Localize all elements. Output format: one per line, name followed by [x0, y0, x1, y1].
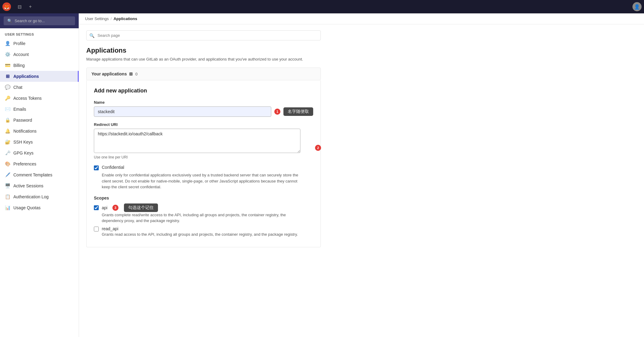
sidebar-item-applications[interactable]: ⊞ Applications — [0, 71, 79, 82]
applications-icon: ⊞ — [5, 74, 10, 79]
confidential-row: Confidential — [94, 165, 313, 170]
notifications-icon: 🔔 — [5, 128, 10, 134]
scope-read-api-desc: Grants read access to the API, including… — [102, 231, 302, 238]
ssh-keys-icon: 🔐 — [5, 139, 10, 145]
user-avatar-button[interactable]: 👤 — [632, 2, 642, 11]
chat-icon: 💬 — [5, 85, 10, 90]
redirect-uri-label: Redirect URI — [94, 122, 313, 127]
page-subtitle: Manage applications that can use GitLab … — [86, 57, 321, 61]
sidebar-item-preferences[interactable]: 🎨 Preferences — [0, 158, 79, 169]
sidebar-item-billing[interactable]: 💳 Billing — [0, 60, 79, 71]
add-section-title: Add new application — [94, 88, 313, 94]
comment-templates-icon: 🖊️ — [5, 172, 10, 178]
sidebar: 🔍 Search or go to... User settings 👤 Pro… — [0, 13, 79, 337]
sidebar-label-chat: Chat — [13, 85, 22, 90]
sidebar-item-comment-templates[interactable]: 🖊️ Comment Templates — [0, 169, 79, 180]
access-tokens-icon: 🔑 — [5, 96, 10, 101]
sidebar-label-billing: Billing — [13, 63, 25, 68]
gitlab-logo: 🦊 — [2, 2, 11, 11]
confidential-desc: Enable only for confidential application… — [102, 172, 302, 190]
sidebar-item-emails[interactable]: ✉️ Emails — [0, 104, 79, 115]
confidential-checkbox[interactable] — [94, 165, 99, 170]
breadcrumb-parent-link[interactable]: User Settings — [85, 16, 109, 21]
sidebar-section-label: User settings — [0, 28, 79, 38]
sidebar-item-ssh-keys[interactable]: 🔐 SSH Keys — [0, 137, 79, 148]
name-input[interactable] — [94, 106, 271, 117]
scope-api-checkbox[interactable] — [94, 205, 99, 210]
search-icon: 🔍 — [7, 19, 12, 23]
confidential-label[interactable]: Confidential — [102, 165, 124, 170]
scope-api-wrapper: api 3 勾选这个记住 Grants complete read/write … — [94, 203, 313, 224]
gpg-keys-icon: 🗝️ — [5, 150, 10, 156]
sidebar-item-account[interactable]: ⚙️ Account — [0, 49, 79, 60]
sidebar-item-active-sessions[interactable]: 🖥️ Active Sessions — [0, 180, 79, 191]
page-search-input[interactable] — [86, 30, 321, 40]
step-1-badge: 1 — [274, 109, 280, 115]
sidebar-label-authentication-log: Authentication Log — [13, 194, 49, 199]
main-content: User Settings / Applications 🔍 Applicati… — [79, 13, 644, 337]
sidebar-item-notifications[interactable]: 🔔 Notifications — [0, 126, 79, 137]
authentication-log-icon: 📋 — [5, 194, 10, 200]
sidebar-item-password[interactable]: 🔒 Password — [0, 115, 79, 126]
name-tooltip: 名字随便取 — [283, 107, 313, 116]
scope-api-desc: Grants complete read/write access to the… — [102, 212, 302, 224]
step-2-badge: 2 — [315, 145, 321, 151]
your-applications-label: Your applications — [91, 71, 127, 76]
sidebar-item-gpg-keys[interactable]: 🗝️ GPG Keys — [0, 148, 79, 158]
content-area: 🔍 Applications Manage applications that … — [79, 24, 328, 259]
step-3-badge: 3 — [112, 205, 118, 211]
sidebar-item-access-tokens[interactable]: 🔑 Access Tokens — [0, 93, 79, 104]
new-item-button[interactable]: + — [26, 2, 35, 12]
page-search-icon: 🔍 — [89, 33, 94, 38]
sidebar-search-area: 🔍 Search or go to... — [0, 13, 79, 28]
global-search-button[interactable]: 🔍 Search or go to... — [4, 16, 75, 25]
sidebar-label-gpg-keys: GPG Keys — [13, 151, 33, 155]
account-icon: ⚙️ — [5, 52, 10, 57]
scopes-section: Scopes api 3 勾选这个记住 Grants complete read… — [94, 196, 313, 238]
sidebar-label-ssh-keys: SSH Keys — [13, 140, 33, 144]
scope-api-label[interactable]: api — [102, 205, 108, 210]
page-search-bar: 🔍 — [86, 30, 321, 40]
breadcrumb-separator: / — [111, 16, 112, 21]
top-bar-icons: ⊟ + — [15, 2, 35, 12]
redirect-uri-form-group: Redirect URI https://stackedit.io/oauth2… — [94, 122, 313, 159]
sidebar-item-profile[interactable]: 👤 Profile — [0, 38, 79, 49]
sidebar-label-profile: Profile — [13, 41, 26, 46]
active-sessions-icon: 🖥️ — [5, 183, 10, 189]
sidebar-label-password: Password — [13, 118, 32, 123]
breadcrumb: User Settings / Applications — [79, 13, 644, 24]
sidebar-label-notifications: Notifications — [13, 129, 36, 134]
api-scope-tooltip: 勾选这个记住 — [124, 203, 158, 212]
preferences-icon: 🎨 — [5, 161, 10, 167]
redirect-uri-input[interactable]: https://stackedit.io/oauth2/callback — [94, 129, 300, 153]
redirect-uri-help: Use one line per URI — [94, 155, 313, 159]
sidebar-item-chat[interactable]: 💬 Chat — [0, 82, 79, 93]
sidebar-label-access-tokens: Access Tokens — [13, 96, 42, 101]
apps-grid-icon: ⊞ — [129, 71, 133, 76]
sidebar-toggle-button[interactable]: ⊟ — [15, 2, 24, 12]
your-applications-header: Your applications ⊞ 0 — [86, 68, 321, 80]
billing-icon: 💳 — [5, 63, 10, 68]
page-title: Applications — [86, 47, 321, 54]
top-bar: 🦊 ⊟ + 👤 — [0, 0, 644, 13]
confidential-form-group: Confidential Enable only for confidentia… — [94, 165, 313, 190]
sidebar-label-usage-quotas: Usage Quotas — [13, 205, 41, 210]
breadcrumb-current: Applications — [114, 16, 137, 21]
usage-quotas-icon: 📊 — [5, 205, 10, 210]
sidebar-label-preferences: Preferences — [13, 162, 36, 166]
search-label: Search or go to... — [15, 19, 45, 23]
password-icon: 🔒 — [5, 117, 10, 123]
emails-icon: ✉️ — [5, 106, 10, 112]
sidebar-label-account: Account — [13, 52, 29, 57]
scope-read-api-wrapper: read_api Grants read access to the API, … — [94, 226, 313, 238]
scope-read-api-checkbox[interactable] — [94, 227, 99, 231]
name-label: Name — [94, 100, 313, 105]
add-new-application-section: Add new application Name 1 名字随便取 — [86, 80, 321, 247]
apps-count: 0 — [135, 72, 137, 76]
sidebar-item-usage-quotas[interactable]: 📊 Usage Quotas — [0, 202, 79, 213]
sidebar-label-comment-templates: Comment Templates — [13, 172, 52, 177]
profile-icon: 👤 — [5, 41, 10, 46]
sidebar-label-applications: Applications — [13, 74, 39, 79]
sidebar-item-authentication-log[interactable]: 📋 Authentication Log — [0, 191, 79, 202]
scope-read-api-label[interactable]: read_api — [102, 226, 118, 231]
